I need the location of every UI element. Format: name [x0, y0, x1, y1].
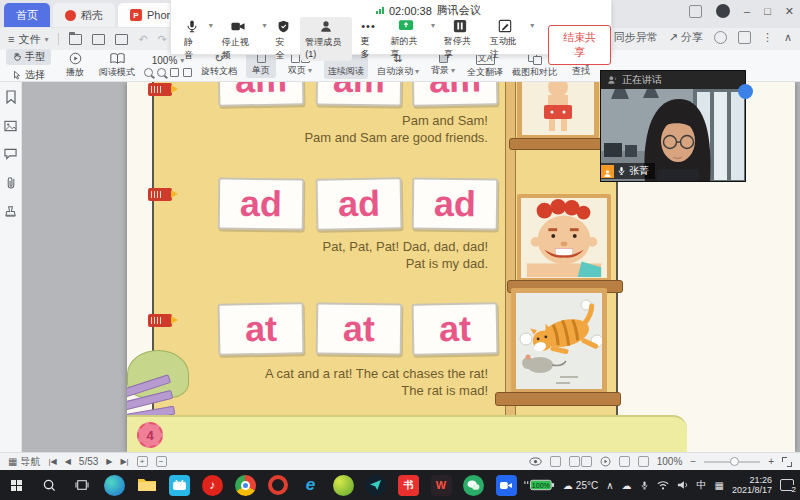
- double-view-icon[interactable]: [569, 456, 592, 467]
- taskbar-tencent-meeting-icon[interactable]: [490, 470, 523, 500]
- read-mode-button[interactable]: 阅读模式: [99, 52, 135, 79]
- touch-keyboard-icon[interactable]: ▦: [715, 480, 724, 491]
- next-page-button[interactable]: ▶: [106, 457, 112, 466]
- fit-width-button[interactable]: [619, 456, 630, 467]
- more-button[interactable]: ••• 更多: [356, 17, 382, 63]
- first-page-button[interactable]: |◀: [48, 457, 56, 466]
- share-caret-icon[interactable]: ▾: [431, 21, 435, 30]
- fit-page-button[interactable]: [638, 456, 649, 467]
- taskbar-file-explorer-icon[interactable]: [131, 470, 164, 500]
- stop-video-button[interactable]: 停止视频: [217, 17, 259, 64]
- zoom-out-icon[interactable]: [144, 68, 153, 77]
- workspace-icon[interactable]: [689, 5, 702, 18]
- wifi-icon[interactable]: [657, 480, 669, 490]
- stamp-icon[interactable]: [4, 205, 17, 218]
- speaker-icon[interactable]: [677, 480, 689, 490]
- mic-caret-icon[interactable]: ▾: [209, 21, 213, 30]
- clock-date: 2021/8/17: [732, 485, 772, 495]
- battery-icon[interactable]: 100%: [523, 478, 555, 492]
- maximize-button[interactable]: □: [764, 5, 771, 17]
- security-button[interactable]: 安全: [270, 17, 296, 64]
- undo-icon[interactable]: ↶: [138, 33, 147, 46]
- zoom-minus-button[interactable]: −: [690, 456, 696, 467]
- help-icon[interactable]: [714, 31, 727, 44]
- redo-icon[interactable]: ↷: [158, 33, 167, 46]
- camera-caret-icon[interactable]: ▾: [262, 21, 266, 30]
- cat-window: [511, 288, 607, 394]
- taskbar-bilibili-icon[interactable]: [163, 470, 196, 500]
- minimize-button[interactable]: –: [744, 5, 750, 17]
- last-page-button[interactable]: ▶|: [120, 457, 128, 466]
- save-icon[interactable]: [92, 34, 105, 45]
- taskbar-xiaohongshu-icon[interactable]: 书: [392, 470, 425, 500]
- search-button[interactable]: [33, 470, 66, 500]
- taskbar-opera-icon[interactable]: [261, 470, 294, 500]
- zoom-value: 100%: [152, 55, 178, 66]
- hand-tool-button[interactable]: 手型: [6, 49, 51, 65]
- taskbar-clock[interactable]: 21:26 2021/8/17: [732, 475, 772, 495]
- select-tool-button[interactable]: 选择: [6, 67, 51, 83]
- collapse-toolbar-icon[interactable]: ∧: [784, 31, 792, 44]
- share-button[interactable]: ↗ 分享: [669, 30, 703, 45]
- account-avatar[interactable]: [716, 4, 730, 18]
- taskbar-docs-icon[interactable]: [359, 470, 392, 500]
- taskbar-netease-music-icon[interactable]: ♪: [196, 470, 229, 500]
- tab-strip: 首页 稻壳 P Phon...: [4, 3, 194, 27]
- fullscreen-icon[interactable]: [782, 457, 792, 467]
- file-menu[interactable]: ≡ 文件 ▾: [8, 32, 48, 47]
- zoom-slider[interactable]: [704, 461, 760, 463]
- insert-page-button[interactable]: +: [137, 456, 148, 467]
- zoom-plus-button[interactable]: +: [768, 456, 774, 467]
- comment-panel-icon[interactable]: [738, 31, 751, 44]
- start-button[interactable]: [0, 470, 33, 500]
- bookmark-icon[interactable]: [5, 90, 17, 104]
- onedrive-cloud-icon[interactable]: ☁: [622, 480, 632, 491]
- webcam-header[interactable]: 正在讲话: [601, 71, 745, 89]
- tab-docer[interactable]: 稻壳: [53, 3, 115, 27]
- taskbar-red-w-app-icon[interactable]: W: [425, 470, 458, 500]
- tray-expand-icon[interactable]: ∧: [606, 480, 613, 491]
- meeting-dock-badge[interactable]: [738, 84, 753, 99]
- more-vertical-icon[interactable]: ⋮: [762, 31, 773, 44]
- eye-protect-icon[interactable]: [529, 457, 542, 466]
- tray-mic-icon[interactable]: [640, 480, 649, 491]
- zoom-slider-knob[interactable]: [730, 457, 739, 466]
- manage-members-button[interactable]: 管理成员(1): [300, 17, 351, 61]
- weather-widget[interactable]: ☁ 25°C: [563, 480, 598, 491]
- close-button[interactable]: ✕: [785, 5, 794, 18]
- new-share-button[interactable]: 新的共享: [385, 17, 427, 63]
- page-indicator[interactable]: 5/53: [79, 456, 98, 467]
- taskbar-edge-icon[interactable]: [98, 470, 131, 500]
- taskbar-360-icon[interactable]: [327, 470, 360, 500]
- single-view-icon[interactable]: [550, 456, 561, 467]
- action-center-icon[interactable]: 2: [780, 479, 794, 491]
- play-button[interactable]: 播放: [60, 52, 90, 79]
- mute-button[interactable]: 静音: [179, 17, 205, 64]
- zoom-in-icon[interactable]: [157, 68, 166, 77]
- taskbar-ie-icon[interactable]: e: [294, 470, 327, 500]
- fit-width-icon[interactable]: [170, 68, 179, 77]
- navigation-toggle[interactable]: ▦ 导航: [8, 455, 40, 469]
- comment-icon[interactable]: [4, 148, 17, 160]
- new-share-label: 新的共享: [390, 35, 422, 61]
- remove-page-button[interactable]: −: [156, 456, 167, 467]
- ime-indicator[interactable]: 中: [697, 478, 707, 492]
- tab-home[interactable]: 首页: [4, 3, 50, 27]
- thumbnails-icon[interactable]: [4, 120, 17, 132]
- pause-share-button[interactable]: 暂停共享: [439, 17, 481, 63]
- fit-page-icon[interactable]: [183, 68, 192, 77]
- prev-page-button[interactable]: ◀: [65, 457, 71, 466]
- taskbar-wechat-icon[interactable]: [457, 470, 490, 500]
- task-view-button[interactable]: [65, 470, 98, 500]
- annotate-caret-icon[interactable]: ▾: [530, 21, 534, 30]
- end-share-button[interactable]: 结束共享: [548, 25, 611, 65]
- open-icon[interactable]: [69, 34, 82, 45]
- print-icon[interactable]: [115, 34, 128, 45]
- presentation-icon[interactable]: [600, 456, 611, 467]
- file-menu-label: 文件: [18, 32, 40, 47]
- webcam-window[interactable]: 正在讲话: [600, 70, 746, 182]
- attachment-icon[interactable]: [5, 176, 17, 189]
- status-zoom-value[interactable]: 100%: [657, 456, 683, 467]
- taskbar-chrome-icon[interactable]: [229, 470, 262, 500]
- annotate-button[interactable]: 互动批注: [485, 17, 527, 63]
